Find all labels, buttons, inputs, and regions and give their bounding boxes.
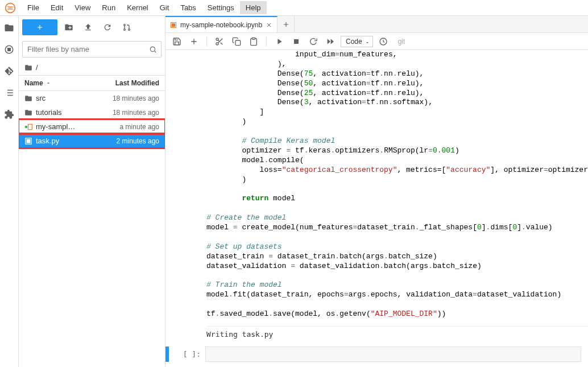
cut-icon[interactable] [215,37,224,46]
empty-code-cell[interactable]: [ ]: [165,347,588,362]
svg-line-27 [218,40,220,42]
svg-point-9 [124,24,126,26]
svg-point-10 [124,29,126,31]
file-row[interactable]: task.py2 minutes ago [19,134,165,148]
code-input[interactable] [205,347,581,362]
file-row[interactable]: my-sampl…a minute ago [19,119,165,134]
svg-point-0 [6,3,15,13]
breadcrumb-path: / [36,63,38,72]
menu-run[interactable]: Run [96,1,121,14]
tab-bar: my-sample-notebook.ipynb [165,16,588,33]
git-icon[interactable] [4,66,14,76]
menu-help[interactable]: Help [240,1,267,14]
add-tab-button[interactable] [278,16,295,32]
running-icon[interactable] [4,44,14,55]
file-browser-toolbar [19,16,165,39]
file-browser: / Name Last Modified src18 minutes agotu… [19,16,165,367]
file-row[interactable]: src18 minutes ago [19,91,165,105]
svg-line-14 [155,51,156,52]
menu-view[interactable]: View [69,1,96,14]
close-icon[interactable] [266,22,272,28]
code-output: input_dim=num_features, ), Dense(75, act… [206,50,588,326]
menu-edit[interactable]: Edit [45,1,69,14]
svg-rect-30 [294,39,299,44]
paste-icon[interactable] [249,37,258,46]
svg-rect-16 [28,124,32,129]
menu-git[interactable]: Git [154,1,175,14]
save-icon[interactable] [172,37,181,46]
new-launcher-button[interactable] [22,19,57,35]
breadcrumb[interactable]: / [19,60,165,75]
cell-indicator [165,347,169,362]
svg-point-23 [216,38,218,40]
menu-settings[interactable]: Settings [202,1,240,14]
folder-icon[interactable] [4,23,14,33]
tab-title: my-sample-notebook.ipynb [180,21,262,29]
svg-point-15 [25,125,28,128]
run-all-icon[interactable] [326,37,335,46]
restart-icon[interactable] [309,37,318,46]
notebook-icon [170,22,177,28]
kernel-status-icon[interactable] [379,37,388,46]
notebook-area: input_dim=num_features, ), Dense(75, act… [165,50,588,367]
file-row[interactable]: tutorials18 minutes ago [19,105,165,119]
toc-icon[interactable] [4,88,14,98]
jupyter-logo [5,2,16,14]
svg-rect-29 [252,38,255,39]
svg-line-26 [221,42,223,44]
svg-rect-20 [172,23,175,27]
menu-kernel[interactable]: Kernel [121,1,154,14]
modified-column[interactable]: Last Modified [115,79,159,87]
file-list: src18 minutes agotutorials18 minutes ago… [19,91,165,367]
svg-rect-28 [235,40,241,46]
svg-point-12 [129,29,130,31]
run-icon[interactable] [275,37,284,46]
svg-rect-18 [27,139,31,143]
upload-icon[interactable] [84,23,93,32]
folder-icon [24,64,32,72]
notebook-tab[interactable]: my-sample-notebook.ipynb [165,16,278,32]
search-icon [149,46,157,53]
stop-icon[interactable] [292,37,301,46]
svg-rect-2 [8,48,11,51]
new-folder-icon[interactable] [64,23,73,32]
stream-output: Writing task.py [206,326,588,342]
main-content: my-sample-notebook.ipynb Code gi [165,16,588,367]
menu-tabs[interactable]: Tabs [175,1,201,14]
name-column[interactable]: Name [24,79,51,87]
activity-bar [0,16,19,367]
cell-prompt: [ ]: [180,347,205,362]
extensions-icon[interactable] [4,109,14,119]
notebook-toolbar: Code git [165,33,588,50]
svg-point-13 [150,47,155,51]
sort-up-icon [45,80,51,86]
copy-icon[interactable] [232,37,241,46]
add-cell-icon[interactable] [189,37,198,46]
git-pull-icon[interactable] [122,23,131,32]
filter-input[interactable] [22,41,162,57]
menu-file[interactable]: File [22,1,45,14]
file-list-header: Name Last Modified [19,75,165,91]
svg-point-24 [216,43,218,45]
cell-type-select[interactable]: Code [341,36,373,47]
chevron-down-icon [365,40,370,46]
refresh-icon[interactable] [103,23,112,32]
menubar: FileEditViewRunKernelGitTabsSettingsHelp [0,0,588,16]
git-label: git [398,38,405,46]
